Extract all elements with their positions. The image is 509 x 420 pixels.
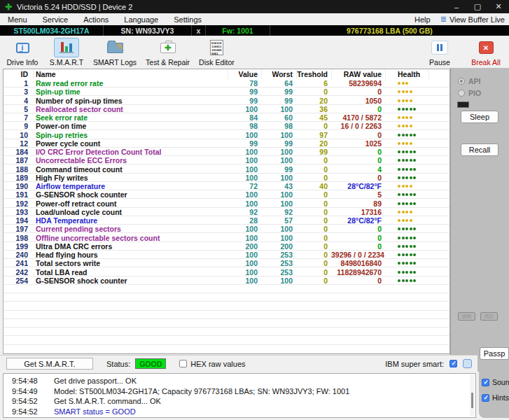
view-buffer-live-label: View Buffer Live — [449, 15, 505, 24]
table-row[interactable]: 7 Seek error rate 84 60 45 4170 / 5872 — [4, 113, 449, 122]
header-raw-value[interactable]: RAW value — [331, 70, 385, 78]
table-row[interactable]: 192 Power-off retract count 100 100 0 89 — [4, 200, 449, 208]
menu-item[interactable]: Language — [116, 15, 166, 24]
disk-editor-label: Disk Editor — [199, 58, 235, 66]
attr-treshold: 0 — [296, 174, 331, 182]
ibm-checkbox[interactable] — [449, 360, 457, 368]
log-line[interactable]: 9:54:49 Model: ST500LM034-2GH17A; Capaci… — [4, 386, 475, 397]
maximize-button[interactable]: ▢ — [467, 0, 488, 13]
table-row[interactable]: 189 High Fly writes 100 100 0 0 — [4, 174, 449, 182]
header-value[interactable]: Value — [228, 70, 261, 78]
table-row[interactable]: 4 Number of spin-up times 99 99 20 1050 — [4, 97, 449, 105]
header-name[interactable]: Name — [33, 70, 228, 78]
close-button[interactable]: ✕ — [488, 0, 509, 13]
get-smart-button[interactable]: Get S.M.A.R.T. — [6, 358, 93, 370]
header-health[interactable]: Health — [385, 70, 428, 78]
table-row[interactable]: 241 Total sectors write 100 253 0 849801… — [4, 259, 449, 267]
attr-value: 100 — [228, 105, 261, 113]
table-row[interactable]: 3 Spin-up time 99 99 0 0 — [4, 88, 449, 96]
attr-raw-value: 8498016840 — [331, 259, 385, 267]
health-dot — [398, 176, 400, 179]
drive-info-button[interactable]: i Drive Info — [5, 38, 40, 66]
health-dot — [398, 279, 400, 282]
table-row[interactable]: 10 Spin-up retries 100 100 97 0 — [4, 131, 449, 139]
health-dot — [405, 202, 408, 205]
table-row[interactable]: 9 Power-on time 98 98 0 16 / 0 / 2263 — [4, 122, 449, 130]
health-dot — [402, 211, 405, 214]
attr-treshold: 45 — [296, 113, 331, 122]
smart-attributes-table: ID Name Value Worst Treshold RAW value H… — [3, 69, 450, 354]
table-row[interactable]: 199 Ultra DMA CRC errors 200 200 0 0 — [4, 242, 449, 251]
hints-checkbox[interactable]: Hints — [482, 393, 509, 402]
attr-raw-value: 0 — [331, 276, 385, 285]
window-title: Victoria 5.24 HDD/SSD | Device 2 — [17, 3, 132, 11]
header-id[interactable]: ID — [4, 70, 33, 78]
table-row[interactable]: 198 Offline uncorrectable sectors count … — [4, 234, 449, 242]
minimize-button[interactable]: – — [446, 0, 467, 13]
health-dot — [410, 279, 412, 282]
table-row[interactable]: 184 I/O CRC Error Detection Count Total … — [4, 148, 449, 156]
menu-item[interactable]: Settings — [166, 15, 209, 24]
hex-raw-values-checkbox[interactable]: HEX raw values — [179, 360, 245, 368]
log-line[interactable]: 9:54:52 SMART status = GOOD — [4, 407, 475, 417]
menu-item[interactable]: Menu — [0, 15, 35, 24]
table-row[interactable]: 191 G-SENSOR shock counter 100 100 0 5 — [4, 190, 449, 199]
menu-item-help[interactable]: Help — [405, 15, 440, 24]
health-dot — [410, 150, 412, 153]
table-row[interactable]: 12 Power cycle count 99 99 20 1025 — [4, 139, 449, 148]
menu-item[interactable]: Actions — [76, 15, 116, 24]
break-all-button[interactable]: ✕ Break All — [468, 38, 503, 66]
health-dots — [385, 190, 428, 199]
pio-radio[interactable]: PIO — [458, 89, 481, 97]
passport-button[interactable]: Passp — [480, 347, 509, 360]
table-row[interactable]: 254 G-SENSOR shock counter 100 100 0 0 — [4, 276, 449, 285]
attr-value: 100 — [228, 131, 261, 139]
log-line[interactable]: 9:54:52 Get S.M.A.R.T. command... OK — [4, 396, 475, 407]
toolbar-right: Pause ✕ Break All — [422, 38, 505, 66]
attr-value: 200 — [228, 242, 261, 251]
pause-button[interactable]: Pause — [422, 38, 457, 66]
health-dot — [402, 202, 405, 205]
table-row[interactable]: 240 Head flying hours 100 253 0 39296 / … — [4, 251, 449, 259]
table-row[interactable]: 197 Current pending sectors 100 100 0 0 — [4, 225, 449, 233]
header-treshold[interactable]: Treshold — [296, 70, 331, 78]
smart-tab-button[interactable]: S.M.A.R.T — [49, 38, 84, 66]
header-worst[interactable]: Worst — [261, 70, 296, 78]
device-firmware: Fw: 1001 — [206, 25, 270, 36]
menu-item[interactable]: Service — [35, 15, 76, 24]
api-radio[interactable]: API — [458, 77, 481, 85]
table-row[interactable]: 188 Command timeout count 100 99 0 4 — [4, 165, 449, 174]
smart-logs-button[interactable]: ✎ SMART Logs — [93, 38, 137, 66]
sleep-button[interactable]: Sleep — [461, 111, 498, 123]
attr-id: 241 — [4, 259, 33, 267]
health-dot — [413, 245, 416, 248]
log-scrollbar[interactable] — [470, 374, 475, 416]
attr-treshold: 0 — [296, 234, 331, 242]
view-buffer-live-button[interactable]: ≣ View Buffer Live — [440, 15, 509, 24]
sound-checkbox[interactable]: Sound — [482, 378, 509, 386]
attr-value: 100 — [228, 268, 261, 276]
log-line[interactable]: 9:54:48 Get drive passport... OK — [4, 376, 475, 386]
attr-id: 4 — [4, 97, 33, 105]
table-row[interactable]: 5 Reallocated sector count 100 100 36 0 — [4, 105, 449, 113]
health-dots — [385, 139, 428, 148]
rd-button[interactable]: RD — [480, 312, 498, 321]
attr-value: 100 — [228, 200, 261, 208]
buffer-lines-icon: ≣ — [440, 15, 447, 23]
attr-name: Airflow temperature — [33, 182, 228, 190]
table-row[interactable]: 242 Total LBA read 100 253 0 11828942670 — [4, 268, 449, 276]
health-dots — [385, 148, 428, 156]
wr-button[interactable]: WR — [458, 312, 475, 321]
disk-editor-button[interactable]: 010110 110011 101000 0001 Disk Editor — [199, 38, 235, 66]
ibm-extra-toggle[interactable] — [463, 359, 472, 368]
table-row[interactable]: 193 Load/unload cycle count 92 92 0 1731… — [4, 208, 449, 216]
health-dots — [385, 242, 428, 251]
table-row[interactable]: 194 HDA Temperature 28 57 0 28°C/82°F — [4, 216, 449, 225]
recall-button[interactable]: Recall — [461, 144, 498, 156]
table-row[interactable]: 187 Uncorrectable ECC Errors 100 100 0 0 — [4, 156, 449, 164]
scrollbar-thumb[interactable] — [471, 393, 473, 408]
health-dots — [385, 122, 428, 130]
table-row[interactable]: 190 Airflow temperature 72 43 40 28°C/82… — [4, 182, 449, 190]
test-repair-button[interactable]: ✚ Test & Repair — [146, 38, 190, 66]
table-row[interactable]: 1 Raw read error rate 78 64 6 58239694 — [4, 79, 449, 88]
